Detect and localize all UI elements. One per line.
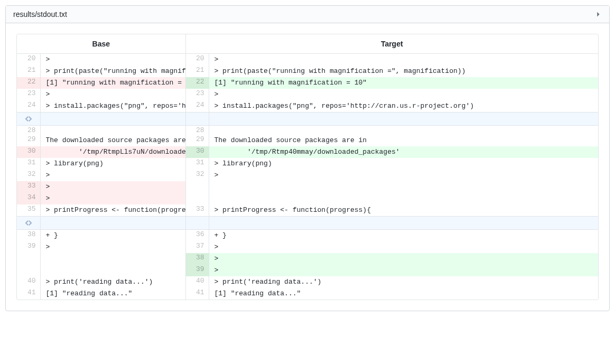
line-number-target: 31 (185, 158, 209, 170)
code-target (209, 181, 598, 193)
code-target (209, 126, 598, 135)
line-number-target: 32 (185, 170, 209, 181)
hunk-spacer (209, 217, 598, 230)
code-base: > print(paste("running with magnificatio… (40, 66, 185, 77)
diff-row: 39>37> (17, 241, 598, 253)
code-base: The downloaded source packages are in (40, 135, 185, 146)
line-number-base: 20 (17, 54, 40, 66)
code-target: [1] "reading data..." (209, 288, 598, 300)
diff-row: 41[1] "reading data..."41[1] "reading da… (17, 288, 598, 300)
code-target: > library(png) (209, 158, 598, 170)
diff-row: 2828 (17, 126, 598, 135)
line-number-target: 22 (185, 77, 209, 89)
diff-row: 40> print('reading data...')40> print('r… (17, 276, 598, 288)
code-target: > (209, 170, 598, 181)
line-number-target: 40 (185, 276, 209, 288)
diff-row: 38> (17, 253, 598, 265)
line-number-base: 33 (17, 181, 40, 193)
diff-row: 29The downloaded source packages are in2… (17, 135, 598, 146)
expand-hunk-icon[interactable] (17, 217, 40, 230)
collapse-toggle-icon[interactable] (594, 11, 602, 18)
code-target: '/tmp/Rtmp40mmay/downloaded_packages' (209, 146, 598, 158)
line-number-base: 34 (17, 193, 40, 204)
line-number-target: 33 (185, 204, 209, 217)
code-base (40, 265, 185, 276)
line-number-target: 36 (185, 230, 209, 242)
diff-header-row: Base Target (17, 34, 598, 54)
line-number-target: 41 (185, 288, 209, 300)
hunk-spacer (185, 217, 209, 230)
code-base (40, 126, 185, 135)
code-base: > (40, 54, 185, 66)
column-header-target: Target (185, 34, 598, 54)
line-number-target: 23 (185, 89, 209, 100)
line-number-base: 35 (17, 204, 40, 217)
line-number-base (17, 253, 40, 265)
diff-row: 30 '/tmp/RtmpLls7uN/downloaded_packages'… (17, 146, 598, 158)
column-header-base: Base (17, 34, 185, 54)
line-number-target: 29 (185, 135, 209, 146)
code-target: > install.packages("png", repos='http://… (209, 100, 598, 113)
line-number-target (185, 193, 209, 204)
code-target: > print('reading data...') (209, 276, 598, 288)
diff-row (17, 113, 598, 126)
diff-row: 23>23> (17, 89, 598, 100)
line-number-target: 30 (185, 146, 209, 158)
diff-row: 22[1] "running with magnification = 4"22… (17, 77, 598, 89)
file-header: results/stdout.txt (6, 6, 609, 23)
code-base: > library(png) (40, 158, 185, 170)
code-target: [1] "running with magnification = 10" (209, 77, 598, 89)
line-number-target: 37 (185, 241, 209, 253)
code-base: > (40, 170, 185, 181)
code-base: > install.packages("png", repos='http://… (40, 100, 185, 113)
code-target (209, 193, 598, 204)
line-number-target (185, 181, 209, 193)
line-number-base (17, 265, 40, 276)
hunk-spacer (209, 113, 598, 126)
code-base: > print('reading data...') (40, 276, 185, 288)
line-number-base: 31 (17, 158, 40, 170)
code-base: > printProgress <- function(progress){ (40, 204, 185, 217)
diff-row: 39> (17, 265, 598, 276)
diff-row: 35> printProgress <- function(progress){… (17, 204, 598, 217)
diff-row: 33> (17, 181, 598, 193)
diff-row: 21> print(paste("running with magnificat… (17, 66, 598, 77)
diff-table: Base Target 20>20>21> print(paste("runni… (17, 34, 598, 300)
code-target: The downloaded source packages are in (209, 135, 598, 146)
line-number-base: 41 (17, 288, 40, 300)
code-target: > (209, 89, 598, 100)
line-number-base: 23 (17, 89, 40, 100)
line-number-target: 20 (185, 54, 209, 66)
diff-row: 31> library(png)31> library(png) (17, 158, 598, 170)
code-base: [1] "running with magnification = 4" (40, 77, 185, 89)
line-number-base: 32 (17, 170, 40, 181)
line-number-base: 22 (17, 77, 40, 89)
line-number-target: 39 (185, 265, 209, 276)
code-target: > printProgress <- function(progress){ (209, 204, 598, 217)
line-number-base: 29 (17, 135, 40, 146)
file-path: results/stdout.txt (13, 10, 67, 18)
line-number-base: 21 (17, 66, 40, 77)
code-base: '/tmp/RtmpLls7uN/downloaded_packages' (40, 146, 185, 158)
hunk-spacer (40, 217, 185, 230)
code-target: > print(paste("running with magnificatio… (209, 66, 598, 77)
line-number-base: 38 (17, 230, 40, 242)
line-number-target: 21 (185, 66, 209, 77)
code-base (40, 253, 185, 265)
code-target: > (209, 241, 598, 253)
hunk-spacer (40, 113, 185, 126)
diff-row: 20>20> (17, 54, 598, 66)
line-number-base: 28 (17, 126, 40, 135)
diff-row: 38+ }36+ } (17, 230, 598, 242)
code-target: + } (209, 230, 598, 242)
expand-hunk-icon[interactable] (17, 113, 40, 126)
code-base: > (40, 193, 185, 204)
line-number-base: 39 (17, 241, 40, 253)
diff-row: 34> (17, 193, 598, 204)
code-base: + } (40, 230, 185, 242)
diff-row (17, 217, 598, 230)
diff-row: 24> install.packages("png", repos='http:… (17, 100, 598, 113)
line-number-base: 30 (17, 146, 40, 158)
diff-row: 32>32> (17, 170, 598, 181)
code-base: > (40, 181, 185, 193)
